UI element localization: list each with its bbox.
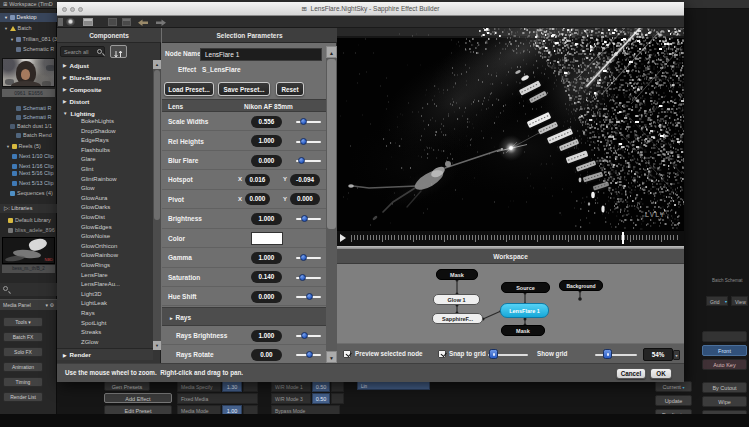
svg-text:LVLY: LVLY [645,211,665,218]
